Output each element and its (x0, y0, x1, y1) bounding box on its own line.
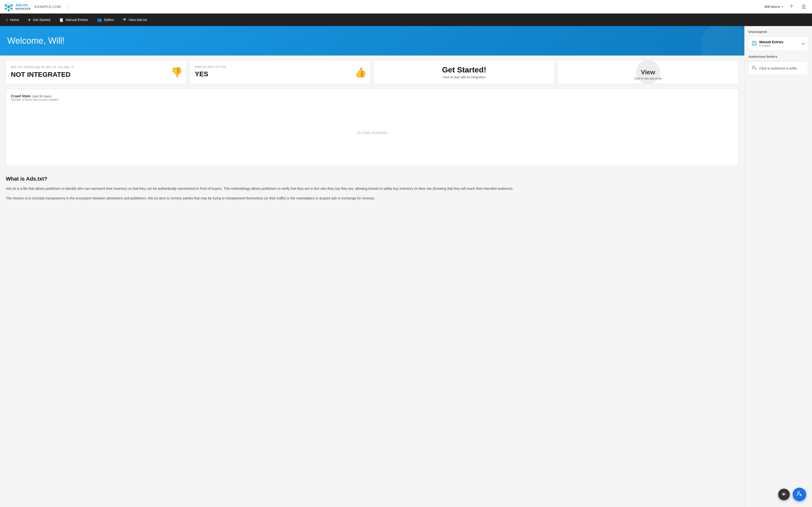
help-icon: ? (790, 4, 793, 9)
content-area: Welcome, Will! ADS.TXT STATUS (as of Nov… (0, 26, 744, 507)
no-data-message: No Data Available (11, 104, 733, 161)
nav-label-home: Home (10, 18, 19, 22)
display-ads-txt-card[interactable]: DISPLAY ADS.TXT FILE YES 👍 (190, 60, 371, 84)
crawl-stats-subtitle: Number of times ads.txt was crawled (11, 98, 733, 101)
manual-entries-subtitle: 0 entries (759, 44, 783, 47)
top-header: Ads.txt MANAGER EXAMPLE.COM ⋮ Will Morri… (0, 0, 812, 13)
thumbs-down-icon: 👎 (170, 67, 183, 77)
ads-txt-status-value: NOT INTEGRATED (11, 71, 182, 78)
status-cards-grid: ADS.TXT STATUS (as of Nov 19, 4:01 am) ↻… (6, 60, 739, 84)
thumbs-up-icon: 👍 (355, 67, 367, 77)
manual-entries-card-left: Manual Entries 0 entries (752, 40, 783, 47)
nav-bar: ⌂ Home ✈ Get Started 📋 Manual Entries 👥 … (0, 13, 812, 26)
svg-point-16 (753, 66, 755, 67)
add-person-icon (752, 65, 757, 71)
display-ads-txt-value: YES (195, 70, 366, 78)
crawl-stats-card: Crawl Stats (last 90 days) Number of tim… (6, 89, 739, 166)
manual-entries-sidebar-card[interactable]: Manual Entries 0 entries ✏ (749, 37, 808, 51)
authorize-seller-card[interactable]: Click to authorize a seller (749, 61, 808, 75)
get-started-title: Get Started! (379, 65, 550, 74)
user-name: Will Morris (764, 5, 780, 9)
menu-icon: ☰ (802, 4, 806, 10)
sellers-icon: 👥 (97, 18, 102, 22)
view-ads-txt-icon: 👁 (123, 18, 126, 22)
fab-view-button[interactable]: 👁 (778, 489, 790, 500)
crawl-stats-header: Crawl Stats (last 90 days) (11, 94, 733, 98)
manual-entries-title: Manual Entries (759, 40, 783, 44)
info-title: What is Ads.txt? (6, 176, 739, 182)
info-para-2: The mission is to increase transparency … (6, 195, 739, 201)
edit-icon[interactable]: ✏ (802, 42, 805, 46)
nav-label-get-started: Get Started (33, 18, 50, 22)
header-dots-button[interactable]: ⋮ (65, 3, 71, 11)
manual-entries-icon (752, 41, 757, 47)
view-sub: Click to view ads.txt file (558, 77, 738, 80)
fab-container: 👁 (778, 488, 806, 501)
menu-button[interactable]: ☰ (800, 2, 808, 11)
help-button[interactable]: ? (787, 2, 796, 11)
cards-section: ADS.TXT STATUS (as of Nov 19, 4:01 am) ↻… (0, 56, 744, 171)
nav-label-manual-entries: Manual Entries (66, 18, 88, 22)
crawl-stats-period: (last 90 days) (33, 95, 51, 98)
ads-txt-status-card[interactable]: ADS.TXT STATUS (as of Nov 19, 4:01 am) ↻… (6, 60, 187, 84)
nav-item-sellers[interactable]: 👥 Sellers (93, 16, 118, 24)
info-section: What is Ads.txt? Ads.txt is a file that … (0, 171, 744, 225)
manual-entries-icon: 📋 (59, 18, 64, 22)
fab-add-user-button[interactable] (793, 488, 806, 501)
authorized-sellers-section-title: Authorized Sellers (749, 55, 808, 58)
info-para-1: Ads.txt is a file that allows publishers… (6, 186, 739, 192)
header-right: Will Morris ▾ ? ☰ (764, 2, 808, 11)
ads-txt-status-icon: 👎 (170, 67, 183, 78)
crawl-stats-title: Crawl Stats (11, 94, 31, 98)
get-started-icon: ✈ (28, 18, 31, 22)
display-ads-txt-label: DISPLAY ADS.TXT FILE (195, 65, 366, 68)
fab-add-user-icon (797, 491, 802, 498)
authorize-seller-text: Click to authorize a seller (759, 66, 797, 70)
get-started-card[interactable]: Get Started! Click to start ads.txt inte… (373, 60, 555, 84)
refresh-icon[interactable]: ↻ (71, 65, 74, 69)
logo-text: Ads.txt MANAGER (15, 3, 31, 10)
display-ads-txt-icon: 👍 (355, 67, 367, 78)
view-card[interactable]: View Click to view ads.txt file (558, 60, 739, 84)
nav-item-home[interactable]: ⌂ Home (2, 16, 23, 24)
nav-label-view-ads-txt: View Ads.txt (129, 18, 147, 22)
main-layout: Welcome, Will! ADS.TXT STATUS (as of Nov… (0, 26, 812, 507)
home-icon: ⌂ (6, 18, 8, 22)
header-left: Ads.txt MANAGER EXAMPLE.COM ⋮ (4, 2, 71, 12)
nav-label-sellers: Sellers (104, 18, 114, 22)
manual-entries-card-text: Manual Entries 0 entries (759, 40, 783, 47)
nav-item-manual-entries[interactable]: 📋 Manual Entries (55, 16, 92, 24)
user-menu-chevron: ▾ (781, 5, 783, 8)
fab-view-icon: 👁 (781, 492, 786, 497)
sidebar: Unassigned Manual Entries 0 entries (744, 26, 812, 507)
ads-txt-status-label: ADS.TXT STATUS (as of Nov 19, 4:01 am) ↻ (11, 65, 182, 69)
nav-item-view-ads-txt[interactable]: 👁 View Ads.txt (119, 16, 151, 24)
welcome-title: Welcome, Will! (7, 36, 737, 46)
unassigned-section-title: Unassigned (749, 30, 808, 34)
svg-point-19 (798, 492, 800, 494)
logo-icon (4, 2, 13, 12)
view-circle: View (636, 60, 660, 84)
get-started-sub: Click to start ads.txt integration (379, 75, 550, 79)
logo: Ads.txt MANAGER (4, 2, 31, 12)
view-overlay: View (558, 61, 738, 84)
site-domain: EXAMPLE.COM (35, 5, 61, 9)
view-word: View (641, 68, 655, 76)
user-menu[interactable]: Will Morris ▾ (764, 5, 783, 9)
welcome-banner: Welcome, Will! (0, 26, 744, 56)
nav-item-get-started[interactable]: ✈ Get Started (24, 16, 54, 24)
